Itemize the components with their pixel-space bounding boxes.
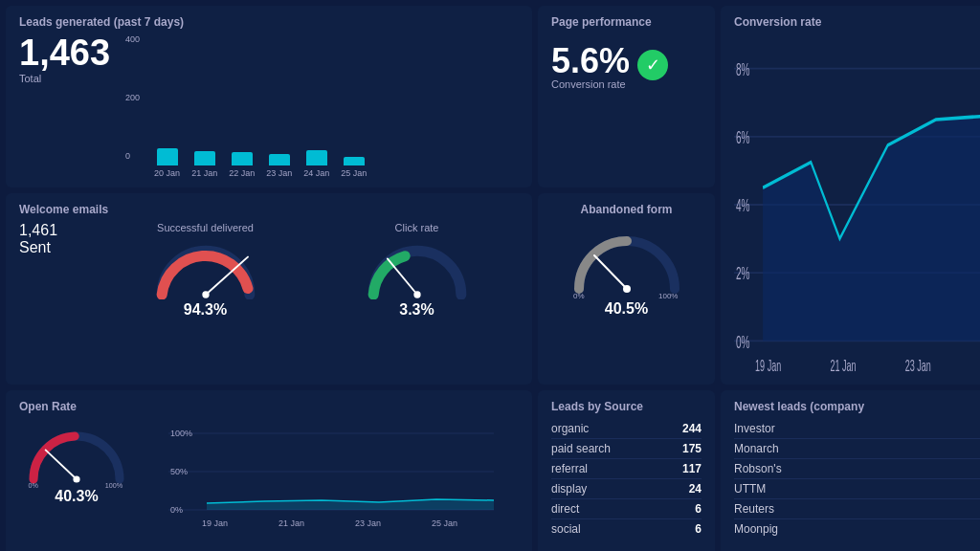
bar-x-label: 22 Jan <box>229 168 255 178</box>
svg-text:10%: 10% <box>448 298 462 299</box>
page-performance-card: Page performance 5.6% Conversion rate ✓ <box>538 6 715 187</box>
leads-by-source-card: Leads by Source organic244paid search175… <box>538 390 715 551</box>
bar-chart: 20 Jan21 Jan22 Jan23 Jan24 Jan25 Jan <box>125 82 519 178</box>
svg-point-14 <box>202 291 209 298</box>
open-rate-gauge: 0% 100% <box>19 419 134 488</box>
conv-area <box>763 116 980 341</box>
bar <box>306 150 327 165</box>
svg-line-21 <box>594 255 627 289</box>
svg-text:21 Jan: 21 Jan <box>278 518 304 528</box>
lead-item: Robson's <box>734 459 980 479</box>
svg-text:21 Jan: 21 Jan <box>830 358 856 375</box>
delivered-pct: 94.3% <box>184 301 227 319</box>
delivered-gauge: 0% 100% <box>153 237 258 299</box>
abandoned-pct: 40.5% <box>605 300 648 318</box>
svg-text:23 Jan: 23 Jan <box>355 518 381 528</box>
source-count: 6 <box>695 522 702 536</box>
bar-x-label: 24 Jan <box>303 168 329 178</box>
svg-text:23 Jan: 23 Jan <box>905 358 931 375</box>
svg-text:0%: 0% <box>160 298 170 299</box>
welcome-emails-title: Welcome emails <box>19 203 519 216</box>
open-rate-line-chart: 100% 50% 0% 19 Jan 21 Jan 23 Jan 25 Jan <box>144 419 519 534</box>
newest-leads-card: Newest leads (company InvestorMonarchRob… <box>721 390 980 551</box>
lead-item: Monarch <box>734 439 980 459</box>
y-label-200: 200 <box>125 93 140 102</box>
source-name: referral <box>551 462 588 475</box>
bar-col: 20 Jan <box>154 148 180 178</box>
svg-text:25 Jan: 25 Jan <box>432 518 457 528</box>
bar-x-label: 25 Jan <box>341 168 367 178</box>
source-count: 6 <box>695 502 702 516</box>
svg-text:100%: 100% <box>236 298 255 299</box>
source-row: display24 <box>551 479 702 499</box>
svg-line-25 <box>46 450 77 479</box>
bar <box>344 157 365 165</box>
source-count: 117 <box>682 462 702 475</box>
svg-point-26 <box>73 475 79 482</box>
bar-x-label: 23 Jan <box>266 168 292 178</box>
newest-leads-list: InvestorMonarchRobson'sUTTMReutersMoonpi… <box>734 419 980 539</box>
svg-text:100%: 100% <box>170 429 192 438</box>
svg-text:0%: 0% <box>29 481 39 488</box>
svg-point-18 <box>413 291 420 298</box>
source-name: organic <box>551 422 589 435</box>
source-row: referral117 <box>551 459 702 479</box>
bar-col: 21 Jan <box>191 151 217 178</box>
svg-text:0%: 0% <box>573 292 585 298</box>
source-count: 24 <box>689 482 702 496</box>
abandoned-gauge: 0% 100% <box>569 222 684 298</box>
abandoned-form-card: Abandoned form 0% 100% 40.5% <box>538 193 715 385</box>
svg-point-22 <box>623 285 631 293</box>
svg-text:100%: 100% <box>105 481 123 488</box>
welcome-emails-card: Welcome emails 1,461 Sent Successful del… <box>6 193 532 385</box>
emails-sent-label: Sent <box>19 239 96 256</box>
svg-text:100%: 100% <box>658 292 678 298</box>
source-row: direct6 <box>551 499 702 519</box>
lead-item: Moonpig <box>734 519 980 539</box>
source-name: social <box>551 522 581 536</box>
newest-leads-title: Newest leads (company <box>734 400 980 413</box>
svg-text:8%: 8% <box>736 60 750 79</box>
svg-text:19 Jan: 19 Jan <box>202 518 228 528</box>
svg-line-17 <box>387 258 416 295</box>
svg-text:2%: 2% <box>736 264 750 283</box>
conv-rate-title: Conversion rate <box>734 15 980 29</box>
green-check-icon: ✓ <box>637 50 668 80</box>
emails-sent: 1,461 <box>19 222 96 239</box>
svg-text:4%: 4% <box>736 196 750 215</box>
abandoned-title: Abandoned form <box>581 203 673 216</box>
source-rows: organic244paid search175referral117displ… <box>551 419 702 539</box>
lead-item: Reuters <box>734 499 980 519</box>
source-row: paid search175 <box>551 439 702 459</box>
bar-col: 22 Jan <box>229 152 255 178</box>
bar-x-label: 21 Jan <box>191 168 217 178</box>
leads-gen-title: Leads generated (past 7 days) <box>19 15 519 29</box>
click-rate-pct: 3.3% <box>399 301 434 319</box>
lead-item: UTTM <box>734 479 980 499</box>
svg-text:0%: 0% <box>736 333 750 352</box>
bar-col: 25 Jan <box>341 157 367 178</box>
source-name: paid search <box>551 442 611 455</box>
bar-x-label: 20 Jan <box>154 168 180 178</box>
svg-text:50%: 50% <box>170 467 188 476</box>
y-label-400: 400 <box>125 34 140 44</box>
bar <box>269 154 290 165</box>
svg-text:0%: 0% <box>371 298 382 299</box>
open-rate-card: Open Rate 0% 100% 40.3% <box>6 390 532 551</box>
lead-item: Investor <box>734 419 980 439</box>
bar-col: 24 Jan <box>303 150 329 178</box>
page-perf-title: Page performance <box>551 15 702 29</box>
conversion-rate-card: Conversion rate 8% 6% 4% 2% 0% 1 <box>721 6 980 385</box>
page-perf-value: 5.6% <box>551 44 630 78</box>
svg-text:6%: 6% <box>736 128 750 147</box>
delivered-label: Successful delivered <box>157 222 254 233</box>
leads-total-label: Total <box>19 73 110 84</box>
bar <box>232 152 253 165</box>
click-rate-label: Click rate <box>395 222 439 233</box>
svg-text:0%: 0% <box>170 505 183 515</box>
leads-generated-card: Leads generated (past 7 days) 1,463 Tota… <box>6 6 532 187</box>
svg-text:19 Jan: 19 Jan <box>755 358 781 375</box>
leads-source-title: Leads by Source <box>551 400 702 413</box>
bar <box>194 151 215 165</box>
source-count: 175 <box>682 442 702 455</box>
